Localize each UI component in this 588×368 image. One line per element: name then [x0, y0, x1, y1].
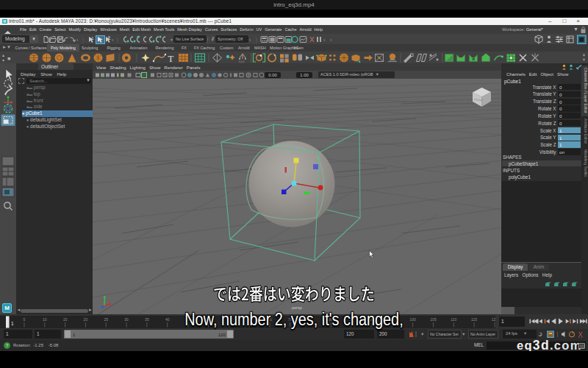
svg-text:■: ■ — [7, 56, 10, 61]
svg-text:›: › — [323, 38, 326, 43]
svg-text:›: › — [249, 38, 251, 43]
svg-text:0,0,0: 0,0,0 — [239, 60, 245, 63]
svg-text:|: | — [256, 37, 257, 43]
svg-text:▲: ▲ — [1, 53, 5, 57]
svg-text:|: | — [117, 37, 118, 43]
svg-text:›: › — [76, 38, 79, 43]
svg-text:▼: ▼ — [1, 58, 5, 63]
svg-text:›: › — [330, 38, 332, 43]
svg-text:›: › — [112, 38, 114, 43]
svg-text:|: | — [82, 37, 84, 43]
svg-text:T: T — [168, 53, 174, 63]
